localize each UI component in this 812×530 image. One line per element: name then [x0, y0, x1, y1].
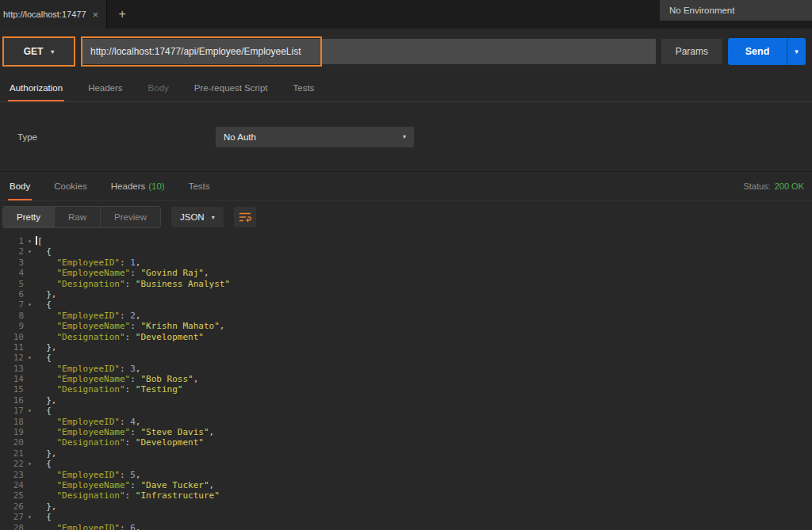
line-number: 28	[0, 523, 24, 530]
fold-gutter	[24, 523, 36, 530]
fold-toggle-icon[interactable]: ▾	[24, 459, 36, 469]
url-input[interactable]	[81, 39, 656, 64]
fold-gutter	[24, 289, 36, 299]
line-number: 25	[0, 490, 24, 501]
auth-type-dropdown[interactable]: No Auth ▾	[216, 127, 414, 147]
code-line: 14 "EmployeeName": "Bob Ross",	[0, 374, 812, 384]
code-line: 20 "Designation": "Development"	[0, 437, 812, 448]
method-dropdown[interactable]: GET ▾	[2, 36, 75, 67]
wrap-lines-button[interactable]	[234, 207, 256, 227]
code-text: },	[36, 395, 57, 406]
fold-gutter	[24, 470, 36, 480]
fold-toggle-icon[interactable]: ▾	[24, 246, 36, 257]
tab-authorization[interactable]: Authorization	[8, 74, 64, 101]
line-number: 19	[0, 427, 24, 437]
fold-toggle-icon[interactable]: ▾	[24, 353, 36, 363]
fold-toggle-icon[interactable]: ▾	[24, 236, 36, 246]
auth-type-value: No Auth	[224, 132, 256, 142]
code-text: "EmployeeID": 4,	[36, 417, 140, 427]
line-number: 15	[0, 384, 24, 395]
pretty-button[interactable]: Pretty	[3, 207, 55, 227]
params-button[interactable]: Params	[661, 39, 722, 64]
code-text: "EmployeeID": 6,	[36, 523, 140, 530]
code-text: },	[36, 448, 57, 459]
method-label: GET	[24, 46, 44, 57]
status-badge: 200 OK	[775, 181, 804, 191]
code-text: "Designation": "Business Analyst"	[36, 279, 230, 289]
chevron-down-icon: ▾	[212, 214, 215, 221]
response-body-editor[interactable]: 1▾[2▾ {3 "EmployeeID": 1,4 "EmployeeName…	[0, 233, 812, 530]
line-number: 1	[0, 236, 24, 246]
tab-title: http://localhost:17477	[3, 10, 86, 19]
fold-gutter	[24, 448, 36, 459]
new-tab-button[interactable]: +	[107, 0, 137, 29]
code-line: 3 "EmployeeID": 1,	[0, 257, 812, 268]
code-text: },	[36, 289, 57, 299]
tab-headers[interactable]: Headers	[86, 74, 124, 101]
authorization-panel: Type No Auth ▾	[0, 102, 812, 172]
line-number: 12	[0, 353, 24, 363]
fold-gutter	[24, 480, 36, 490]
response-tab-body[interactable]: Body	[8, 172, 32, 200]
wrap-lines-icon	[239, 212, 251, 223]
code-text: "EmployeeName": "Govind Raj",	[36, 268, 209, 278]
code-line: 5 "Designation": "Business Analyst"	[0, 279, 812, 289]
fold-gutter	[24, 364, 36, 374]
fold-gutter	[24, 257, 36, 268]
code-text: "EmployeeName": "Krishn Mahato",	[36, 321, 224, 331]
response-tab-cookies[interactable]: Cookies	[52, 172, 89, 200]
fold-gutter	[24, 437, 36, 448]
code-text: "EmployeeName": "Steve Davis",	[36, 427, 214, 437]
line-number: 21	[0, 448, 24, 459]
line-number: 10	[0, 332, 24, 342]
code-text: {	[36, 246, 52, 257]
code-text: {	[36, 353, 52, 363]
code-line: 9 "EmployeeName": "Krishn Mahato",	[0, 321, 812, 331]
send-button-group: Send ▾	[728, 38, 806, 65]
tab-tests[interactable]: Tests	[292, 74, 316, 101]
tab-pre-request-script[interactable]: Pre-request Script	[193, 74, 270, 101]
format-value: JSON	[180, 212, 205, 222]
line-number: 3	[0, 257, 24, 268]
response-tab-tests[interactable]: Tests	[187, 172, 212, 200]
line-number: 22	[0, 459, 24, 469]
code-line: 8 "EmployeeID": 2,	[0, 311, 812, 321]
postman-window: http://localhost:17477 × + No Environmen…	[0, 0, 812, 530]
code-text: "Designation": "Testing"	[36, 384, 182, 395]
send-button[interactable]: Send	[728, 38, 787, 65]
request-tab[interactable]: http://localhost:17477 ×	[0, 0, 107, 29]
code-lines: 1▾[2▾ {3 "EmployeeID": 1,4 "EmployeeName…	[0, 236, 812, 530]
line-number: 2	[0, 246, 24, 257]
raw-button[interactable]: Raw	[55, 207, 101, 227]
line-number: 23	[0, 470, 24, 480]
fold-gutter	[24, 279, 36, 289]
headers-label: Headers	[111, 181, 145, 191]
fold-gutter	[24, 427, 36, 437]
fold-gutter	[24, 395, 36, 406]
response-tab-headers[interactable]: Headers (10)	[109, 172, 167, 200]
code-line: 26 },	[0, 501, 812, 512]
code-line: 6 },	[0, 289, 812, 299]
code-line: 10 "Designation": "Development"	[0, 332, 812, 342]
response-status: Status: 200 OK	[743, 172, 804, 200]
fold-toggle-icon[interactable]: ▾	[24, 512, 36, 522]
code-text: "Designation": "Infrastructure"	[36, 490, 220, 501]
line-number: 7	[0, 299, 24, 310]
code-line: 17▾ {	[0, 406, 812, 416]
close-tab-icon[interactable]: ×	[93, 9, 99, 21]
auth-type-label: Type	[17, 132, 37, 142]
fold-toggle-icon[interactable]: ▾	[24, 406, 36, 416]
fold-toggle-icon[interactable]: ▾	[24, 299, 36, 310]
preview-button[interactable]: Preview	[101, 207, 160, 227]
code-line: 13 "EmployeeID": 3,	[0, 364, 812, 374]
line-number: 20	[0, 437, 24, 448]
fold-gutter	[24, 342, 36, 353]
fold-gutter	[24, 384, 36, 395]
tab-body[interactable]: Body	[147, 74, 170, 101]
code-text: {	[36, 299, 52, 310]
send-options-chevron-icon[interactable]: ▾	[787, 38, 806, 65]
format-dropdown[interactable]: JSON ▾	[171, 207, 224, 227]
line-number: 11	[0, 342, 24, 353]
environment-selector[interactable]: No Environment	[660, 0, 812, 21]
line-number: 24	[0, 480, 24, 490]
